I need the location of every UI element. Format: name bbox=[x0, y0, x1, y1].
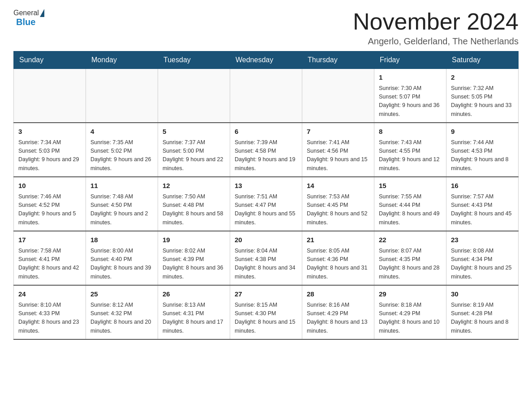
day-info: Sunrise: 8:00 AM Sunset: 4:40 PM Dayligh… bbox=[90, 247, 153, 282]
calendar-cell: 1Sunrise: 7:30 AM Sunset: 5:07 PM Daylig… bbox=[374, 69, 446, 123]
calendar-week-row: 24Sunrise: 8:10 AM Sunset: 4:33 PM Dayli… bbox=[14, 285, 519, 339]
day-info: Sunrise: 7:44 AM Sunset: 4:53 PM Dayligh… bbox=[451, 138, 514, 173]
calendar-cell: 9Sunrise: 7:44 AM Sunset: 4:53 PM Daylig… bbox=[446, 123, 519, 177]
day-number: 24 bbox=[18, 289, 81, 300]
calendar-cell: 25Sunrise: 8:12 AM Sunset: 4:32 PM Dayli… bbox=[86, 285, 158, 339]
calendar-cell bbox=[302, 69, 374, 123]
day-info: Sunrise: 7:43 AM Sunset: 4:55 PM Dayligh… bbox=[379, 138, 442, 173]
day-number: 27 bbox=[235, 289, 297, 300]
calendar-cell: 6Sunrise: 7:39 AM Sunset: 4:58 PM Daylig… bbox=[230, 123, 302, 177]
calendar-cell: 7Sunrise: 7:41 AM Sunset: 4:56 PM Daylig… bbox=[302, 123, 374, 177]
day-info: Sunrise: 7:53 AM Sunset: 4:45 PM Dayligh… bbox=[307, 193, 369, 227]
day-number: 21 bbox=[307, 235, 369, 245]
calendar-cell: 17Sunrise: 7:58 AM Sunset: 4:41 PM Dayli… bbox=[14, 231, 86, 285]
weekday-header-monday: Monday bbox=[86, 51, 158, 69]
day-number: 16 bbox=[451, 181, 514, 191]
calendar-cell: 3Sunrise: 7:34 AM Sunset: 5:03 PM Daylig… bbox=[14, 123, 86, 177]
day-info: Sunrise: 8:07 AM Sunset: 4:35 PM Dayligh… bbox=[379, 247, 442, 282]
weekday-header-friday: Friday bbox=[374, 51, 446, 69]
day-info: Sunrise: 7:39 AM Sunset: 4:58 PM Dayligh… bbox=[235, 138, 297, 173]
location-subtitle: Angerlo, Gelderland, The Netherlands bbox=[353, 36, 519, 47]
day-number: 2 bbox=[451, 73, 514, 83]
day-number: 12 bbox=[163, 181, 225, 191]
weekday-header-wednesday: Wednesday bbox=[230, 51, 302, 69]
day-number: 1 bbox=[379, 73, 442, 83]
day-info: Sunrise: 8:10 AM Sunset: 4:33 PM Dayligh… bbox=[18, 301, 81, 336]
day-info: Sunrise: 8:04 AM Sunset: 4:38 PM Dayligh… bbox=[235, 247, 297, 282]
day-number: 10 bbox=[18, 181, 81, 191]
day-number: 11 bbox=[90, 181, 153, 191]
calendar-cell: 10Sunrise: 7:46 AM Sunset: 4:52 PM Dayli… bbox=[14, 177, 86, 231]
calendar-cell: 28Sunrise: 8:16 AM Sunset: 4:29 PM Dayli… bbox=[302, 285, 374, 339]
month-title: November 2024 bbox=[353, 9, 519, 34]
calendar-header-row: SundayMondayTuesdayWednesdayThursdayFrid… bbox=[14, 51, 519, 69]
weekday-header-thursday: Thursday bbox=[302, 51, 374, 69]
calendar-cell: 30Sunrise: 8:19 AM Sunset: 4:28 PM Dayli… bbox=[446, 285, 519, 339]
day-info: Sunrise: 7:57 AM Sunset: 4:43 PM Dayligh… bbox=[451, 193, 514, 227]
calendar-cell bbox=[158, 69, 230, 123]
logo-general-text: General bbox=[13, 9, 39, 17]
calendar-cell: 23Sunrise: 8:08 AM Sunset: 4:34 PM Dayli… bbox=[446, 231, 519, 285]
day-info: Sunrise: 8:05 AM Sunset: 4:36 PM Dayligh… bbox=[307, 247, 369, 282]
calendar-cell: 27Sunrise: 8:15 AM Sunset: 4:30 PM Dayli… bbox=[230, 285, 302, 339]
calendar-cell: 8Sunrise: 7:43 AM Sunset: 4:55 PM Daylig… bbox=[374, 123, 446, 177]
calendar-cell: 5Sunrise: 7:37 AM Sunset: 5:00 PM Daylig… bbox=[158, 123, 230, 177]
calendar-cell: 26Sunrise: 8:13 AM Sunset: 4:31 PM Dayli… bbox=[158, 285, 230, 339]
day-number: 23 bbox=[451, 235, 514, 245]
logo-triangle-icon bbox=[40, 9, 44, 17]
day-info: Sunrise: 7:55 AM Sunset: 4:44 PM Dayligh… bbox=[379, 193, 442, 227]
day-info: Sunrise: 7:46 AM Sunset: 4:52 PM Dayligh… bbox=[18, 193, 81, 227]
calendar-cell: 13Sunrise: 7:51 AM Sunset: 4:47 PM Dayli… bbox=[230, 177, 302, 231]
calendar-cell: 20Sunrise: 8:04 AM Sunset: 4:38 PM Dayli… bbox=[230, 231, 302, 285]
day-info: Sunrise: 7:58 AM Sunset: 4:41 PM Dayligh… bbox=[18, 247, 81, 282]
day-number: 29 bbox=[379, 289, 442, 300]
day-info: Sunrise: 7:34 AM Sunset: 5:03 PM Dayligh… bbox=[18, 138, 81, 173]
day-info: Sunrise: 7:50 AM Sunset: 4:48 PM Dayligh… bbox=[163, 193, 225, 227]
calendar-cell: 2Sunrise: 7:32 AM Sunset: 5:05 PM Daylig… bbox=[446, 69, 519, 123]
day-info: Sunrise: 8:12 AM Sunset: 4:32 PM Dayligh… bbox=[90, 301, 153, 336]
day-number: 5 bbox=[163, 127, 225, 137]
calendar-cell: 18Sunrise: 8:00 AM Sunset: 4:40 PM Dayli… bbox=[86, 231, 158, 285]
day-info: Sunrise: 8:16 AM Sunset: 4:29 PM Dayligh… bbox=[307, 301, 369, 336]
day-info: Sunrise: 7:37 AM Sunset: 5:00 PM Dayligh… bbox=[163, 138, 225, 173]
calendar-cell: 29Sunrise: 8:18 AM Sunset: 4:29 PM Dayli… bbox=[374, 285, 446, 339]
day-number: 3 bbox=[18, 127, 81, 137]
day-number: 26 bbox=[163, 289, 225, 300]
day-number: 18 bbox=[90, 235, 153, 245]
calendar-cell bbox=[86, 69, 158, 123]
day-info: Sunrise: 8:18 AM Sunset: 4:29 PM Dayligh… bbox=[379, 301, 442, 336]
calendar-cell bbox=[14, 69, 86, 123]
calendar-cell: 15Sunrise: 7:55 AM Sunset: 4:44 PM Dayli… bbox=[374, 177, 446, 231]
day-info: Sunrise: 7:51 AM Sunset: 4:47 PM Dayligh… bbox=[235, 193, 297, 227]
day-info: Sunrise: 7:30 AM Sunset: 5:07 PM Dayligh… bbox=[379, 84, 442, 119]
calendar-cell: 21Sunrise: 8:05 AM Sunset: 4:36 PM Dayli… bbox=[302, 231, 374, 285]
calendar-cell: 14Sunrise: 7:53 AM Sunset: 4:45 PM Dayli… bbox=[302, 177, 374, 231]
day-number: 19 bbox=[163, 235, 225, 245]
day-info: Sunrise: 8:08 AM Sunset: 4:34 PM Dayligh… bbox=[451, 247, 514, 282]
day-number: 4 bbox=[90, 127, 153, 137]
calendar-cell: 19Sunrise: 8:02 AM Sunset: 4:39 PM Dayli… bbox=[158, 231, 230, 285]
logo-blue-text: Blue bbox=[16, 17, 35, 27]
calendar-week-row: 3Sunrise: 7:34 AM Sunset: 5:03 PM Daylig… bbox=[14, 123, 519, 177]
day-number: 7 bbox=[307, 127, 369, 137]
day-info: Sunrise: 8:15 AM Sunset: 4:30 PM Dayligh… bbox=[235, 301, 297, 336]
logo: General Blue bbox=[13, 9, 45, 27]
calendar-table: SundayMondayTuesdayWednesdayThursdayFrid… bbox=[13, 51, 519, 340]
calendar-cell: 22Sunrise: 8:07 AM Sunset: 4:35 PM Dayli… bbox=[374, 231, 446, 285]
day-number: 22 bbox=[379, 235, 442, 245]
calendar-week-row: 10Sunrise: 7:46 AM Sunset: 4:52 PM Dayli… bbox=[14, 177, 519, 231]
calendar-cell: 11Sunrise: 7:48 AM Sunset: 4:50 PM Dayli… bbox=[86, 177, 158, 231]
weekday-header-saturday: Saturday bbox=[446, 51, 519, 69]
calendar-cell: 24Sunrise: 8:10 AM Sunset: 4:33 PM Dayli… bbox=[14, 285, 86, 339]
calendar-cell: 16Sunrise: 7:57 AM Sunset: 4:43 PM Dayli… bbox=[446, 177, 519, 231]
day-info: Sunrise: 8:13 AM Sunset: 4:31 PM Dayligh… bbox=[163, 301, 225, 336]
weekday-header-tuesday: Tuesday bbox=[158, 51, 230, 69]
day-number: 8 bbox=[379, 127, 442, 137]
day-number: 13 bbox=[235, 181, 297, 191]
day-number: 17 bbox=[18, 235, 81, 245]
day-number: 30 bbox=[451, 289, 514, 300]
day-number: 28 bbox=[307, 289, 369, 300]
calendar-cell bbox=[230, 69, 302, 123]
day-number: 15 bbox=[379, 181, 442, 191]
title-area: November 2024 Angerlo, Gelderland, The N… bbox=[353, 9, 519, 47]
